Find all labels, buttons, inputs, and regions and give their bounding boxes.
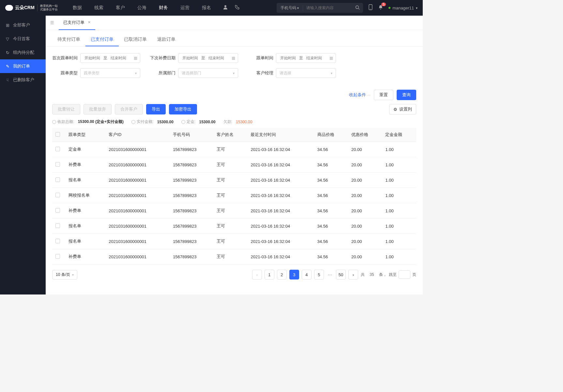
page-last-button[interactable]: 50 xyxy=(336,270,346,279)
subtab-3[interactable]: 退款订单 xyxy=(152,33,181,46)
table-row[interactable]: 报名单20210316000000011567899823王可2021-03-1… xyxy=(52,173,416,188)
cell-price: 34.56 xyxy=(314,219,348,234)
search-input[interactable] xyxy=(303,6,352,10)
page-4[interactable]: 4 xyxy=(302,270,312,279)
cell-discount: 20.00 xyxy=(348,203,382,219)
nav-公海[interactable]: 公海 xyxy=(132,0,152,16)
cell-discount: 20.00 xyxy=(348,142,382,157)
page-next-button[interactable]: › xyxy=(348,270,358,279)
page-2[interactable]: 2 xyxy=(277,270,287,279)
row-checkbox[interactable] xyxy=(55,162,60,167)
cell-deposit: 1.00 xyxy=(382,157,416,173)
sidebar-item-2[interactable]: ↻组内待分配 xyxy=(0,46,46,59)
nav-财务[interactable]: 财务 xyxy=(154,0,173,16)
status-dot-icon xyxy=(388,7,390,9)
sidebar-item-1[interactable]: ▽今日首客 xyxy=(0,32,46,46)
bell-icon[interactable]: 5 xyxy=(378,5,383,11)
user-menu[interactable]: manager11 ▾ xyxy=(388,6,418,10)
row-checkbox[interactable] xyxy=(55,193,60,197)
table-row[interactable]: 报名单20210316000000011567899823王可2021-03-1… xyxy=(52,219,416,234)
date-start[interactable] xyxy=(181,56,199,60)
table-row[interactable]: 定金单20210316000000011567899823王可2021-03-1… xyxy=(52,142,416,157)
select-input[interactable]: 跟单类型▾ xyxy=(80,68,140,78)
table-row[interactable]: 补费单20210316000000011567899823王可2021-03-1… xyxy=(52,203,416,219)
row-checkbox[interactable] xyxy=(55,239,60,243)
page-5[interactable]: 5 xyxy=(314,270,324,279)
table-row[interactable]: 网校报名单20210316000000011567899823王可2021-03… xyxy=(52,188,416,203)
search-icon[interactable] xyxy=(352,5,363,11)
search-type-select[interactable]: 手机号码 ▾ xyxy=(277,5,303,11)
date-end[interactable] xyxy=(207,56,225,60)
table-row[interactable]: 补费单20210316000000011567899823王可2021-03-1… xyxy=(52,157,416,173)
cell-discount: 20.00 xyxy=(348,157,382,173)
batch-abandon-button[interactable]: 批量放弃 xyxy=(84,104,112,114)
date-end[interactable] xyxy=(109,56,128,60)
column-header: 跟单类型 xyxy=(65,128,105,142)
export-button[interactable]: 导出 xyxy=(146,104,166,114)
page-3[interactable]: 3 xyxy=(289,270,299,279)
cell-deposit: 1.00 xyxy=(382,173,416,188)
page-size-select[interactable]: 10 条/页 ▾ xyxy=(52,270,77,279)
date-range-input[interactable]: 至▦ xyxy=(178,53,238,63)
summary-row: 收款总额: 15300.00 (定金+实付金额) 实付金额: 15300.00 … xyxy=(52,119,416,125)
date-range-input[interactable]: 至▦ xyxy=(276,53,336,63)
page-jump-input[interactable] xyxy=(399,270,410,279)
reset-button[interactable]: 重置 xyxy=(374,90,393,100)
row-checkbox[interactable] xyxy=(55,177,60,182)
cell-price: 34.56 xyxy=(314,173,348,188)
main-content: ☰ 已支付订单 ✕ 待支付订单已支付订单已取消订单退款订单 首次跟单时间至▦下次… xyxy=(46,16,423,294)
subtab-1[interactable]: 已支付订单 xyxy=(85,33,119,46)
query-button[interactable]: 查询 xyxy=(397,90,416,100)
date-range-input[interactable]: 至▦ xyxy=(80,53,140,63)
filter-label: 下次补费日期 xyxy=(150,55,175,61)
sidebar-item-0[interactable]: ⊞全部客户 xyxy=(0,18,46,32)
close-icon[interactable]: ✕ xyxy=(88,20,91,24)
column-header: 客户ID xyxy=(105,128,170,142)
page-info: 共 35 条， 跳至 页 xyxy=(361,270,416,279)
column-header: 商品价格 xyxy=(314,128,348,142)
merge-customer-button[interactable]: 合并客户 xyxy=(115,104,143,114)
cell-discount: 20.00 xyxy=(348,188,382,203)
nav-线索[interactable]: 线索 xyxy=(89,0,109,16)
column-settings-button[interactable]: ⚙ 设置列 xyxy=(389,104,416,114)
chevron-down-icon: ▾ xyxy=(416,6,418,10)
cell-cid: 2021031600000001 xyxy=(105,203,170,219)
sidebar-item-3[interactable]: ✎我的订单 xyxy=(0,59,46,73)
batch-transfer-button[interactable]: 批量转让 xyxy=(52,104,80,114)
row-checkbox[interactable] xyxy=(55,147,60,151)
nav-客户[interactable]: 客户 xyxy=(111,0,130,16)
filter-所属部门: 所属部门请选择部门▾ xyxy=(150,68,238,78)
row-checkbox[interactable] xyxy=(55,254,60,259)
nav-运营[interactable]: 运营 xyxy=(175,0,195,16)
cell-cid: 2021031600000001 xyxy=(105,157,170,173)
select-input[interactable]: 请选择部门▾ xyxy=(178,68,238,78)
encrypt-export-button[interactable]: 加密导出 xyxy=(169,104,197,114)
column-header: 优惠价格 xyxy=(348,128,382,142)
cell-discount: 20.00 xyxy=(348,219,382,234)
date-start[interactable] xyxy=(279,56,297,60)
nav-报名[interactable]: 报名 xyxy=(197,0,216,16)
user-icon[interactable] xyxy=(223,5,228,11)
table-row[interactable]: 报名单20210316000000011567899823王可2021-03-1… xyxy=(52,234,416,249)
date-start[interactable] xyxy=(83,56,101,60)
select-all-checkbox[interactable] xyxy=(55,132,60,137)
menu-toggle-icon[interactable]: ☰ xyxy=(50,20,54,25)
subtab-2[interactable]: 已取消订单 xyxy=(119,33,152,46)
phone-icon[interactable] xyxy=(235,5,240,11)
sidebar-item-4[interactable]: ☟已删除客户 xyxy=(0,73,46,87)
page-1[interactable]: 1 xyxy=(265,270,274,279)
select-input[interactable]: 请选择▾ xyxy=(276,68,336,78)
sidebar-label: 我的订单 xyxy=(13,63,30,69)
cell-phone: 1567899823 xyxy=(170,173,213,188)
logo[interactable]: 云朵CRM 教育机构一站式服务云平台 xyxy=(5,4,58,11)
collapse-filters-link[interactable]: 收起条件 ︿ xyxy=(349,92,371,98)
mobile-icon[interactable] xyxy=(368,4,373,11)
row-checkbox[interactable] xyxy=(55,223,60,228)
page-prev-button[interactable]: ‹ xyxy=(252,270,262,279)
nav-数据[interactable]: 数据 xyxy=(68,0,87,16)
table-row[interactable]: 补费单20210316000000011567899823王可2021-03-1… xyxy=(52,249,416,264)
row-checkbox[interactable] xyxy=(55,208,60,213)
subtab-0[interactable]: 待支付订单 xyxy=(52,33,85,46)
page-tab[interactable]: 已支付订单 ✕ xyxy=(59,16,95,30)
date-end[interactable] xyxy=(305,56,323,60)
